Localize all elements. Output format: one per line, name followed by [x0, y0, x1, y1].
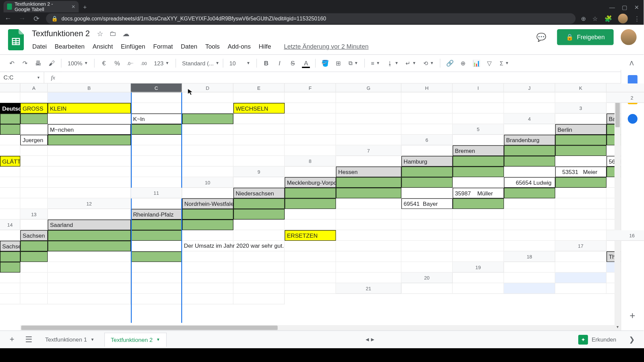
cell-J19[interactable] [233, 273, 285, 283]
cell-J21[interactable] [131, 294, 182, 304]
cell-C12[interactable] [233, 198, 285, 209]
font-size-select[interactable]: 10▼ [227, 60, 253, 67]
cell-E3[interactable] [48, 114, 131, 124]
collapse-toolbar-icon[interactable]: ᐱ [626, 57, 637, 69]
italic-button[interactable]: I [274, 57, 285, 69]
cell-D21[interactable] [555, 283, 606, 294]
cell-D13[interactable] [233, 209, 285, 220]
move-icon[interactable]: 🗀 [109, 29, 116, 38]
cell-I12[interactable] [555, 198, 606, 209]
row-header-3[interactable]: 3 [555, 103, 606, 114]
last-edit-link[interactable]: Letzte Änderung vor 2 Minuten [284, 43, 368, 50]
col-header-F[interactable]: F [285, 83, 336, 92]
sheets-logo-icon[interactable] [7, 28, 25, 51]
col-header-K[interactable]: K [555, 83, 606, 92]
cell-H19[interactable] [131, 273, 182, 283]
col-header-G[interactable]: G [336, 83, 401, 92]
filter-icon[interactable]: ▽ [484, 57, 495, 69]
sheet-tab-2[interactable]: Textfunktionen 2 ▼ [104, 333, 167, 347]
cell-I3[interactable] [285, 114, 336, 124]
cell-F6[interactable] [0, 145, 20, 156]
row-header-16[interactable]: 16 [606, 230, 644, 241]
borders-icon[interactable]: ⊞ [332, 57, 344, 69]
cell-G1[interactable] [285, 92, 336, 103]
side-panel-toggle-icon[interactable]: ❯ [625, 335, 639, 344]
cell-I5[interactable] [182, 135, 233, 145]
cell-J16[interactable] [401, 241, 453, 251]
cell-E16[interactable] [131, 241, 182, 251]
cell-J8[interactable] [48, 167, 131, 177]
cell-F3[interactable]: K~ln [131, 114, 182, 124]
all-sheets-button[interactable]: ☰ [22, 333, 36, 346]
cell-A4[interactable] [555, 114, 606, 124]
cell-C1[interactable] [48, 92, 131, 103]
cell-C20[interactable] [555, 273, 606, 283]
cell-A20[interactable] [453, 273, 504, 283]
cell-G12[interactable] [453, 198, 504, 209]
cell-H13[interactable] [453, 209, 504, 220]
minimize-icon[interactable]: — [609, 4, 615, 11]
browser-tab[interactable]: Textfunktionen 2 - Google Tabell × [4, 1, 79, 12]
profile-avatar-icon[interactable] [618, 14, 628, 23]
cell-G10[interactable] [555, 177, 606, 188]
cell-B10[interactable]: Mecklenburg-Vorpommern [285, 177, 336, 188]
cell-H1[interactable] [336, 92, 401, 103]
cell-F18[interactable] [48, 262, 131, 273]
close-icon[interactable]: × [71, 3, 75, 10]
cell-I13[interactable] [504, 209, 555, 220]
row-header-18[interactable]: 18 [504, 251, 555, 262]
halign-select[interactable]: ≡▼ [368, 60, 383, 67]
cell-E18[interactable] [20, 262, 48, 273]
row-header-19[interactable]: 19 [453, 262, 504, 273]
cell-I14[interactable] [453, 220, 504, 230]
cell-G14[interactable] [336, 220, 401, 230]
currency-button[interactable]: € [98, 57, 110, 69]
new-tab-button[interactable]: + [83, 4, 87, 12]
cell-B7[interactable]: Bremen [453, 145, 504, 156]
cell-G6[interactable] [20, 145, 48, 156]
cell-D1[interactable] [131, 92, 182, 103]
sheet-nav-right-icon[interactable]: ▶ [371, 337, 375, 342]
cell-A6[interactable] [453, 135, 504, 145]
cell-H20[interactable] [48, 283, 131, 294]
cell-H7[interactable] [20, 156, 48, 167]
cell-K17[interactable] [401, 251, 453, 262]
paint-format-icon[interactable]: 🖌 [46, 57, 57, 69]
cell-B2[interactable]: Deutschland [0, 103, 20, 114]
number-format-select[interactable]: 123▼ [151, 60, 172, 67]
cell-J14[interactable] [504, 220, 555, 230]
cell-G20[interactable] [20, 283, 48, 294]
row-header-10[interactable]: 10 [182, 177, 233, 188]
cell-F19[interactable] [20, 273, 48, 283]
cell-F16[interactable]: Der Umsatz im Jahr 2020 war sehr gut. [182, 241, 233, 251]
cell-I9[interactable] [0, 177, 20, 188]
cell-K14[interactable] [555, 220, 606, 230]
select-all-corner[interactable] [0, 83, 20, 92]
cell-G15[interactable]: ERSETZEN [285, 230, 336, 241]
row-header-20[interactable]: 20 [401, 273, 453, 283]
cell-E8[interactable] [555, 156, 606, 167]
cell-A12[interactable] [131, 198, 182, 209]
cell-F13[interactable] [336, 209, 401, 220]
cell-I6[interactable] [131, 145, 182, 156]
cell-A1[interactable] [0, 92, 20, 103]
cell-J15[interactable] [453, 230, 504, 241]
cell-C3[interactable] [0, 114, 20, 124]
menu-format[interactable]: Format [150, 41, 176, 52]
cell-K10[interactable] [20, 188, 48, 198]
cell-H5[interactable] [131, 135, 182, 145]
percent-button[interactable]: % [111, 57, 123, 69]
cell-E1[interactable] [182, 92, 233, 103]
cell-D7[interactable] [555, 145, 606, 156]
row-header-2[interactable]: 2 [606, 92, 644, 103]
col-header-J[interactable]: J [504, 83, 555, 92]
undo-icon[interactable]: ↶ [6, 57, 17, 69]
cell-D10[interactable] [401, 177, 453, 188]
cell-A5[interactable] [504, 124, 555, 135]
valign-select[interactable]: ⭳▼ [384, 60, 401, 67]
share-button[interactable]: 🔒 Freigeben [557, 29, 614, 45]
cell-B12[interactable]: Nordrhein-Westfalen [182, 198, 233, 209]
user-avatar[interactable] [621, 29, 636, 45]
chevron-down-icon[interactable]: ▼ [91, 337, 95, 342]
cell-A9[interactable] [285, 167, 336, 177]
